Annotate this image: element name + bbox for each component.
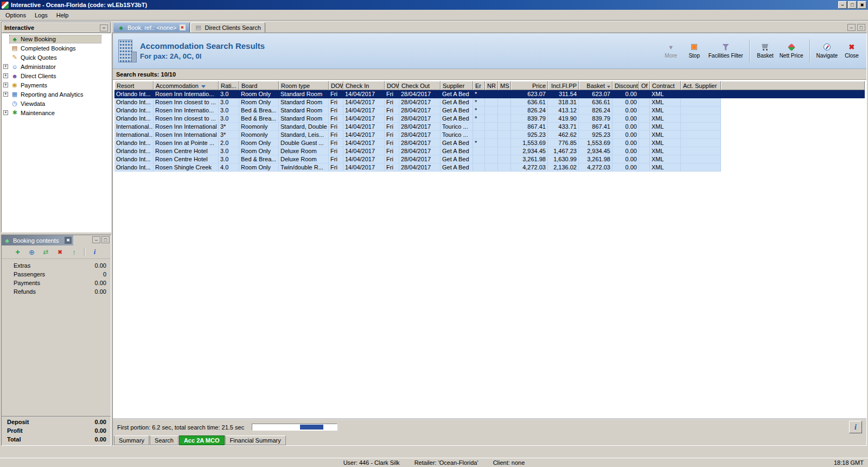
sidebar-item-viewdata[interactable]: Viewdata	[2, 99, 111, 108]
booking-total-row: Total0.00	[2, 435, 111, 444]
table-row[interactable]: Orlando Int...Rosen Inn closest to ...3.…	[114, 115, 865, 123]
close-window-button[interactable]	[858, 1, 866, 9]
nett-price-button[interactable]: Nett Price	[780, 43, 803, 59]
column-header-rati[interactable]: Rati...	[219, 81, 239, 90]
column-header-dow[interactable]: DOW	[385, 81, 399, 90]
bottom-tab-search[interactable]: Search	[150, 436, 178, 445]
column-header-dow[interactable]: DOW	[329, 81, 343, 90]
sidebar-item-administrator[interactable]: +Administrator	[2, 62, 111, 71]
cell: Standard Room	[279, 90, 329, 98]
column-header-basket[interactable]: Basket	[579, 81, 612, 90]
column-header-er[interactable]: Er	[473, 81, 485, 90]
restore-tab-area-button[interactable]	[857, 24, 865, 31]
menu-logs[interactable]: Logs	[30, 10, 52, 20]
collapse-panel-button[interactable]	[100, 24, 108, 31]
cell: 28/04/2017	[399, 90, 441, 98]
column-header-price[interactable]: Price	[511, 81, 548, 90]
cell: 636.61	[511, 98, 548, 106]
table-row[interactable]: Orlando Int...Rosen Inn closest to ...3.…	[114, 98, 865, 106]
table-row[interactable]: Orlando Int...Rosen Centre Hotel3.0Bed &…	[114, 155, 865, 163]
column-header-discount[interactable]: Discount	[612, 81, 639, 90]
upload-icon[interactable]	[70, 248, 79, 256]
table-row[interactable]: Orlando Int...Rosen Inn Internatio...3.0…	[114, 106, 865, 115]
column-header-nr[interactable]: NR	[485, 81, 498, 90]
table-row[interactable]: Orlando Int...Rosen Centre Hotel3.0Room …	[114, 147, 865, 155]
info-button[interactable]	[849, 421, 862, 433]
column-header-check-in[interactable]: Check In	[343, 81, 385, 90]
workspace: Interactive New BookingCompleted Booking…	[0, 21, 868, 458]
menu-options[interactable]: Options	[1, 10, 30, 20]
column-header-of[interactable]: Of	[639, 81, 650, 90]
cell: 14/04/2017	[343, 90, 385, 98]
column-header-contract[interactable]: Contract	[650, 81, 681, 90]
tab-book-ref-none[interactable]: Book. ref.: <none>	[113, 22, 190, 33]
expander-icon[interactable]: +	[3, 73, 8, 78]
cell: 623.07	[511, 90, 548, 98]
filter-funnel-icon[interactable]	[201, 85, 206, 88]
close-booking-panel-button[interactable]	[65, 237, 72, 244]
sidebar-item-maintenance[interactable]: +Maintenance	[2, 108, 111, 117]
booking-contents-row[interactable]: Payments0.00	[2, 279, 111, 287]
add-icon[interactable]	[14, 248, 22, 256]
sidebar-item-new-booking[interactable]: New Booking	[2, 34, 111, 43]
info-icon[interactable]	[91, 248, 99, 256]
maximize-button[interactable]	[848, 1, 857, 9]
minimize-tab-area-button[interactable]	[847, 24, 856, 31]
restore-booking-panel-button[interactable]	[101, 236, 110, 243]
column-header-supplier[interactable]: Supplier	[441, 81, 473, 90]
minimize-booking-panel-button[interactable]	[92, 236, 100, 243]
column-header-accommodation[interactable]: Accommodation	[154, 81, 219, 90]
sidebar-item-reporting-and-analytics[interactable]: +Reporting and Analytics	[2, 90, 111, 99]
sidebar-item-payments[interactable]: +Payments	[2, 80, 111, 90]
minimize-button[interactable]	[838, 1, 847, 9]
cell: Rosen Inn closest to ...	[154, 98, 219, 106]
transfer-icon[interactable]	[42, 248, 50, 256]
table-row[interactable]: Orlando Int...Rosen Shingle Creek4.0Room…	[114, 163, 865, 172]
table-row[interactable]: Orlando Int...Rosen Inn Internatio...3.0…	[114, 90, 865, 98]
navigate-button[interactable]: Navigate	[816, 43, 838, 59]
tab-direct-clients-search[interactable]: Direct Clients Search	[190, 22, 265, 33]
table-row[interactable]: International...Rosen Inn International3…	[114, 123, 865, 131]
cell: Fri	[329, 123, 343, 131]
expander-icon[interactable]: +	[3, 83, 8, 87]
booking-contents-row[interactable]: Passengers0	[2, 270, 111, 279]
delete-icon[interactable]	[56, 249, 65, 256]
bottom-tab-financial-summary[interactable]: Financial Summary	[225, 436, 286, 445]
column-header-incl-fl-pp[interactable]: Incl.Fl.PP	[548, 81, 579, 90]
table-row[interactable]: Orlando Int...Rosen Inn at Pointe ...2.0…	[114, 139, 865, 147]
cell: XML	[650, 163, 681, 172]
column-header-check-out[interactable]: Check Out	[399, 81, 441, 90]
globe-icon[interactable]	[28, 248, 36, 256]
sidebar-item-direct-clients[interactable]: +Direct Clients	[2, 71, 111, 80]
bottom-tab-acc-2a-mco[interactable]: Acc 2A MCO	[179, 436, 225, 445]
expander-icon[interactable]: +	[3, 64, 8, 69]
cell	[639, 98, 650, 106]
booking-contents-row[interactable]: Refunds0.00	[2, 287, 111, 296]
column-header-ms[interactable]: MS	[498, 81, 511, 90]
cell: Bed & Brea...	[239, 106, 279, 115]
stop-button[interactable]: Stop	[685, 43, 704, 59]
toolbar-button-label: More	[665, 53, 677, 59]
close-button[interactable]: Close	[843, 43, 861, 59]
cell: XML	[650, 131, 681, 139]
more-button[interactable]: More	[662, 43, 680, 59]
sidebar-item-quick-quotes[interactable]: Quick Quotes	[2, 53, 111, 62]
basket-button[interactable]: Basket	[756, 43, 775, 59]
expander-icon[interactable]: +	[3, 92, 8, 97]
column-header-resort[interactable]: Resort	[114, 81, 154, 90]
column-header-board[interactable]: Board	[239, 81, 279, 90]
table-row[interactable]: International...Rosen Inn International3…	[114, 131, 865, 139]
booking-contents-row[interactable]: Extras0.00	[2, 261, 111, 270]
facilities-filter-button[interactable]: Facilities Filter	[709, 43, 743, 59]
expander-icon[interactable]: +	[3, 110, 8, 115]
close-tab-icon[interactable]	[180, 24, 186, 30]
sidebar-item-label: Reporting and Analytics	[21, 91, 84, 98]
menu-help[interactable]: Help	[52, 10, 73, 20]
column-header-act-supplier[interactable]: Act. Supplier	[681, 81, 721, 90]
column-header-room-type[interactable]: Room type	[279, 81, 329, 90]
sidebar-item-completed-bookings[interactable]: Completed Bookings	[2, 43, 111, 53]
cell: 28/04/2017	[399, 98, 441, 106]
cell: Room Only	[239, 98, 279, 106]
bottom-tab-summary[interactable]: Summary	[114, 436, 149, 445]
cell: 311.54	[548, 90, 579, 98]
